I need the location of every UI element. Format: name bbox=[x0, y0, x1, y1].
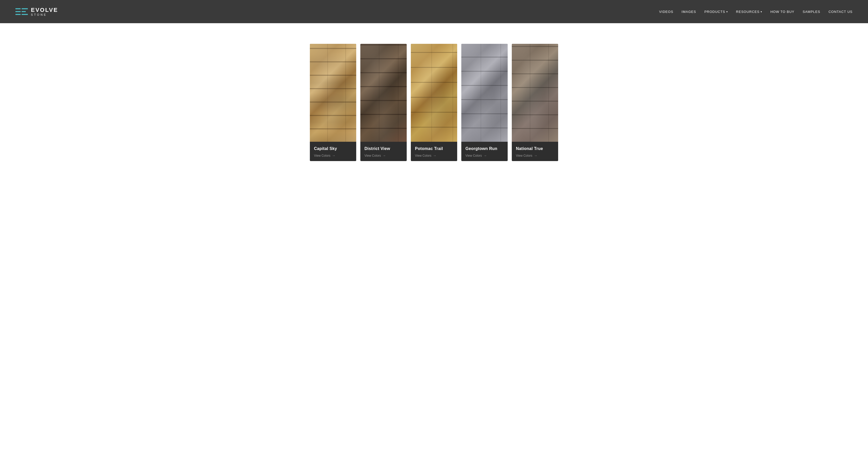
product-link-georgtown-run[interactable]: View Colors → bbox=[465, 154, 503, 157]
nav-how-to-buy[interactable]: HOW TO BUY bbox=[770, 10, 794, 14]
arrow-icon-potomac-trail: → bbox=[433, 154, 436, 157]
product-image-capital-sky bbox=[310, 44, 356, 142]
product-info-potomac-trail: Potomac Trail View Colors → bbox=[411, 142, 457, 161]
logo-brand: EVOLVE bbox=[31, 7, 58, 13]
product-info-georgtown-run: Georgtown Run View Colors → bbox=[461, 142, 508, 161]
main-nav: VIDEOS IMAGES PRODUCTS ▾ RESOURCES ▾ HOW… bbox=[659, 10, 852, 14]
product-title-district-view: District View bbox=[365, 146, 403, 151]
products-dropdown-arrow: ▾ bbox=[726, 10, 728, 13]
product-image-district-view bbox=[360, 44, 407, 142]
svg-rect-0 bbox=[16, 8, 21, 9]
nav-contact-us[interactable]: CONTACT US bbox=[829, 10, 852, 14]
product-link-national-true[interactable]: View Colors → bbox=[516, 154, 554, 157]
product-title-georgtown-run: Georgtown Run bbox=[465, 146, 503, 151]
logo-tagline: STONE bbox=[31, 13, 58, 16]
arrow-icon-national-true: → bbox=[534, 154, 537, 157]
svg-rect-2 bbox=[16, 14, 21, 15]
nav-products[interactable]: PRODUCTS ▾ bbox=[705, 10, 728, 14]
logo-icon bbox=[16, 7, 28, 17]
product-link-potomac-trail[interactable]: View Colors → bbox=[415, 154, 453, 157]
resources-dropdown-arrow: ▾ bbox=[761, 10, 762, 13]
product-card-capital-sky[interactable]: Capital Sky View Colors → bbox=[310, 44, 356, 161]
nav-videos[interactable]: VIDEOS bbox=[659, 10, 673, 14]
product-card-georgtown-run[interactable]: Georgtown Run View Colors → bbox=[461, 44, 508, 161]
logo-text: EVOLVE STONE bbox=[31, 7, 58, 16]
nav-samples[interactable]: SAMPLES bbox=[803, 10, 820, 14]
site-header: EVOLVE STONE VIDEOS IMAGES PRODUCTS ▾ RE… bbox=[0, 0, 868, 23]
arrow-icon-capital-sky: → bbox=[332, 154, 335, 157]
product-card-potomac-trail[interactable]: Potomac Trail View Colors → bbox=[411, 44, 457, 161]
products-grid: Capital Sky View Colors → District View … bbox=[310, 44, 558, 161]
product-title-potomac-trail: Potomac Trail bbox=[415, 146, 453, 151]
product-title-capital-sky: Capital Sky bbox=[314, 146, 352, 151]
product-card-district-view[interactable]: District View View Colors → bbox=[360, 44, 407, 161]
product-image-national-true bbox=[512, 44, 558, 142]
svg-rect-4 bbox=[22, 11, 26, 12]
arrow-icon-district-view: → bbox=[382, 154, 386, 157]
nav-images[interactable]: IMAGES bbox=[682, 10, 696, 14]
arrow-icon-georgtown-run: → bbox=[484, 154, 487, 157]
product-info-district-view: District View View Colors → bbox=[360, 142, 407, 161]
product-info-capital-sky: Capital Sky View Colors → bbox=[310, 142, 356, 161]
product-card-national-true[interactable]: National True View Colors → bbox=[512, 44, 558, 161]
product-image-potomac-trail bbox=[411, 44, 457, 142]
logo-link[interactable]: EVOLVE STONE bbox=[16, 7, 58, 17]
product-link-capital-sky[interactable]: View Colors → bbox=[314, 154, 352, 157]
product-title-national-true: National True bbox=[516, 146, 554, 151]
svg-rect-3 bbox=[22, 8, 28, 9]
product-info-national-true: National True View Colors → bbox=[512, 142, 558, 161]
svg-rect-1 bbox=[16, 11, 21, 12]
nav-resources[interactable]: RESOURCES ▾ bbox=[736, 10, 762, 14]
svg-rect-5 bbox=[22, 14, 28, 15]
product-image-georgtown-run bbox=[461, 44, 508, 142]
main-content: Capital Sky View Colors → District View … bbox=[0, 23, 868, 451]
product-link-district-view[interactable]: View Colors → bbox=[365, 154, 403, 157]
